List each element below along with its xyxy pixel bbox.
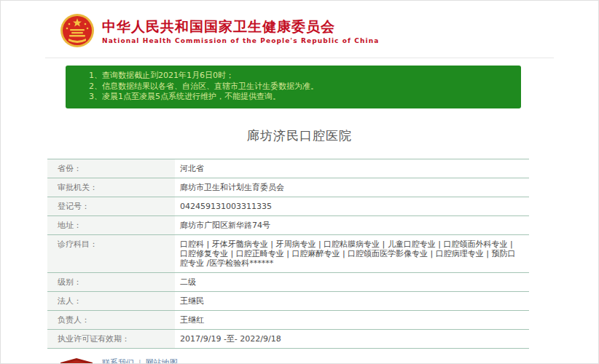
row-value: 廊坊市广阳区新华路74号 [175, 216, 529, 234]
table-row: 地址： 廊坊市广阳区新华路74号 [47, 216, 529, 235]
row-label: 诊疗科目： [47, 235, 175, 272]
details-table: 省份： 河北省 审批机关： 廊坊市卫生和计划生育委员会 登记号： 0424591… [47, 159, 529, 349]
table-row: 级别： 二级 [47, 273, 529, 292]
row-label: 负责人： [47, 311, 175, 329]
notice-item: 3、凌晨1点至凌晨5点系统进行维护，不能提供查询。 [89, 92, 514, 103]
row-label: 地址： [47, 216, 175, 234]
row-value: 河北省 [175, 159, 529, 178]
row-value: 王继红 [175, 311, 529, 329]
row-value: 王继民 [175, 292, 529, 310]
sitemap-link[interactable]: 网站地图 [146, 358, 178, 364]
notice-box: 1、查询数据截止到2021年1月6日0时； 2、信息数据结果以各省、自治区、直辖… [66, 66, 521, 108]
notice-item: 2、信息数据结果以各省、自治区、直辖市卫生计生委数据为准。 [89, 82, 514, 92]
row-label: 登记号： [47, 197, 175, 215]
table-row: 负责人： 王继红 [47, 311, 529, 330]
row-label: 省份： [47, 159, 175, 178]
row-label: 级别： [47, 273, 175, 291]
header-divider [45, 58, 554, 58]
health-supervision-badge-icon [58, 357, 95, 364]
row-value: 廊坊市卫生和计划生育委员会 [175, 178, 529, 197]
row-value: 2017/9/19 -至- 2022/9/18 [175, 330, 529, 348]
row-value: 口腔科 | 牙体牙髓病专业 | 牙周病专业 | 口腔粘膜病专业 | 儿童口腔专业… [175, 235, 529, 272]
site-header: 中华人民共和国国家卫生健康委员会 National Health Commiss… [45, 1, 554, 58]
contact-us-link[interactable]: 联系我们 [102, 358, 134, 364]
table-row: 法人： 王继民 [47, 292, 529, 311]
link-separator: | [138, 358, 141, 364]
table-row: 诊疗科目： 口腔科 | 牙体牙髓病专业 | 牙周病专业 | 口腔粘膜病专业 | … [47, 235, 529, 273]
content-container: 中华人民共和国国家卫生健康委员会 National Health Commiss… [45, 1, 554, 364]
row-label: 法人： [47, 292, 175, 310]
national-emblem-icon [60, 13, 95, 48]
table-row: 审批机关： 廊坊市卫生和计划生育委员会 [47, 178, 529, 197]
site-subtitle: National Health Commission of the People… [102, 37, 379, 44]
table-row: 登记号： 042459131003311335 [47, 197, 529, 216]
footer-links: 联系我们|网站地图 [102, 357, 525, 364]
table-row: 省份： 河北省 [47, 159, 529, 178]
header-text: 中华人民共和国国家卫生健康委员会 National Health Commiss… [102, 17, 379, 44]
footer-content: 联系我们|网站地图 地址：北京市西城区西直门外南路1号邮编：100044电话：0… [102, 355, 525, 364]
row-label: 执业许可证有效期： [47, 330, 175, 348]
site-footer: 联系我们|网站地图 地址：北京市西城区西直门外南路1号邮编：100044电话：0… [45, 355, 554, 364]
page: 中华人民共和国国家卫生健康委员会 National Health Commiss… [0, 0, 599, 364]
notice-item: 1、查询数据截止到2021年1月6日0时； [89, 71, 514, 82]
table-row: 执业许可证有效期： 2017/9/19 -至- 2022/9/18 [47, 330, 529, 349]
site-title: 中华人民共和国国家卫生健康委员会 [102, 17, 379, 35]
row-value: 042459131003311335 [175, 197, 529, 215]
row-value: 二级 [175, 273, 529, 291]
page-title: 廊坊济民口腔医院 [45, 127, 554, 144]
row-label: 审批机关： [47, 178, 175, 197]
